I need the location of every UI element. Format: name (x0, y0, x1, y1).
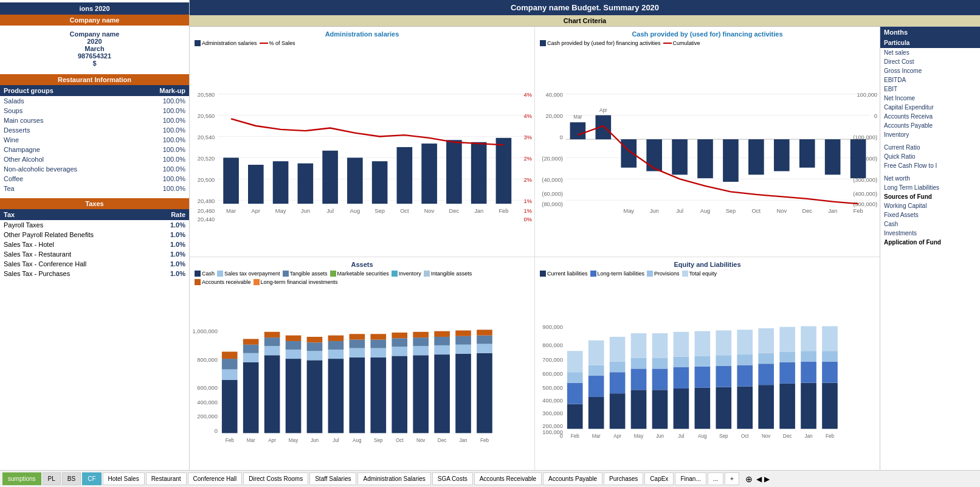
metrics-item[interactable]: Inventory (880, 130, 980, 139)
svg-rect-194 (674, 331, 689, 356)
svg-rect-221 (822, 351, 838, 361)
metrics-item[interactable]: Accounts Payable (880, 121, 980, 130)
metrics-item[interactable]: Sources of Fund (880, 192, 980, 201)
svg-rect-30 (421, 143, 437, 204)
svg-rect-70 (621, 139, 637, 168)
svg-rect-177 (588, 365, 604, 375)
cash-bar-legend: Cash provided by (used for) financing ac… (540, 40, 661, 46)
metrics-item[interactable]: Long Term Liabilities (880, 183, 980, 192)
svg-rect-216 (801, 361, 816, 382)
svg-rect-193 (674, 356, 689, 367)
metrics-item[interactable]: Application of Fund (880, 238, 980, 247)
svg-rect-183 (631, 390, 647, 429)
metrics-item[interactable]: Working Capital (880, 201, 980, 210)
svg-rect-181 (610, 361, 626, 371)
metrics-item[interactable]: Cash (880, 219, 980, 229)
sheet-tab[interactable]: Restaurant (146, 472, 187, 485)
svg-text:0: 0 (215, 428, 218, 434)
svg-rect-196 (695, 366, 711, 387)
tax-row: Payroll Taxes1.0% (0, 220, 189, 230)
sheet-tab[interactable]: Conference Hall (188, 472, 243, 485)
svg-rect-182 (610, 336, 626, 361)
svg-text:20,580: 20,580 (198, 92, 215, 98)
content-area: Administration salaries Administration s… (190, 27, 980, 487)
svg-rect-132 (413, 355, 429, 433)
sheet-tab[interactable]: SGA Costs (432, 472, 473, 485)
sheet-tab[interactable]: sumptions (2, 472, 41, 485)
cash-financing-title: Cash provided by (used for) financing ac… (537, 29, 877, 39)
svg-rect-137 (434, 345, 450, 354)
svg-rect-104 (264, 355, 280, 433)
sheet-tab[interactable]: Accounts Payable (543, 472, 602, 485)
svg-rect-209 (758, 353, 774, 363)
svg-rect-141 (455, 344, 471, 353)
svg-text:800,000: 800,000 (197, 356, 218, 362)
metrics-item[interactable]: Direct Cost (880, 57, 980, 66)
svg-text:900,000: 900,000 (542, 324, 563, 330)
sheet-tab[interactable]: Direct Costs Rooms (243, 472, 308, 485)
add-sheet-button[interactable]: ⊕ (745, 474, 753, 484)
svg-rect-110 (286, 340, 302, 349)
metrics-item[interactable]: EBITDA (880, 75, 980, 85)
svg-rect-207 (758, 385, 774, 429)
metrics-item[interactable]: Current Ratio (880, 143, 980, 152)
sheet-tab[interactable]: Finan... (675, 472, 706, 485)
svg-rect-76 (774, 139, 790, 171)
product-rows: Salads100.0%Soups100.0%Main courses100.0… (0, 96, 189, 193)
svg-rect-23 (248, 165, 264, 204)
metrics-item[interactable]: Net worth (880, 174, 980, 183)
metrics-item[interactable]: Investments (880, 229, 980, 238)
taxes-section: Taxes Tax Rate Payroll Taxes1.0%Other Pa… (0, 198, 189, 278)
cash-chart-svg: 40,000 20,000 0 (20,000) (40,000) (60,00… (537, 47, 877, 254)
metrics-item[interactable]: Capital Expenditur (880, 103, 980, 112)
cash-bar-color (540, 40, 546, 46)
sheet-tab[interactable]: Staff Salaries (309, 472, 356, 485)
svg-text:Nov: Nov (424, 208, 435, 214)
sheet-nav-left[interactable]: ◀ (756, 475, 762, 483)
sheet-tab[interactable]: Purchases (604, 472, 643, 485)
svg-text:Dec: Dec (438, 438, 446, 443)
sheet-tab[interactable]: Administration Salaries (357, 472, 430, 485)
metrics-item[interactable]: Net sales (880, 48, 980, 57)
svg-rect-200 (716, 365, 731, 387)
sheet-tab[interactable]: + (725, 472, 739, 485)
sheet-tab[interactable]: PL (43, 472, 61, 485)
svg-text:May: May (275, 208, 286, 214)
sheet-tab[interactable]: ... (708, 472, 723, 485)
metrics-item[interactable]: Net Income (880, 94, 980, 103)
metrics-item[interactable]: Accounts Receiva (880, 112, 980, 121)
svg-rect-218 (801, 326, 816, 351)
svg-rect-78 (825, 139, 841, 174)
sheet-tab[interactable]: BS (62, 472, 81, 485)
tax-row: Other Payroll Related Benefits1.0% (0, 230, 189, 240)
metrics-item[interactable]: Free Cash Flow to I (880, 161, 980, 170)
svg-rect-187 (652, 390, 668, 429)
svg-text:1%: 1% (524, 198, 532, 204)
tax-row: Sales Tax - Restaurant1.0% (0, 249, 189, 259)
metrics-item[interactable]: Quick Ratio (880, 152, 980, 161)
sheet-tab[interactable]: Accounts Receivable (474, 472, 542, 485)
left-panel: ions 2020 Company name Company name 2020… (0, 0, 190, 487)
admin-bar-color (195, 40, 201, 46)
company-month: March (7, 45, 182, 52)
svg-rect-190 (652, 333, 668, 358)
svg-text:4%: 4% (524, 92, 532, 98)
svg-rect-115 (307, 336, 323, 342)
svg-rect-205 (737, 354, 753, 365)
svg-text:40,000: 40,000 (545, 92, 562, 98)
svg-rect-192 (674, 367, 689, 389)
sheet-tab[interactable]: Hotel Sales (103, 472, 145, 485)
svg-rect-72 (672, 139, 688, 174)
metrics-item[interactable]: EBIT (880, 85, 980, 94)
svg-text:May: May (289, 438, 298, 443)
svg-text:Apr: Apr (599, 108, 607, 113)
sheet-tab[interactable]: CF (82, 472, 101, 485)
metrics-item[interactable]: Gross Income (880, 66, 980, 75)
svg-text:Apr: Apr (613, 433, 621, 439)
svg-rect-186 (631, 333, 647, 358)
sheet-nav-right[interactable]: ▶ (764, 475, 770, 483)
sheet-tab[interactable]: CapEx (644, 472, 674, 485)
svg-rect-142 (455, 336, 471, 344)
svg-rect-120 (350, 357, 365, 433)
metrics-item[interactable]: Fixed Assets (880, 210, 980, 219)
